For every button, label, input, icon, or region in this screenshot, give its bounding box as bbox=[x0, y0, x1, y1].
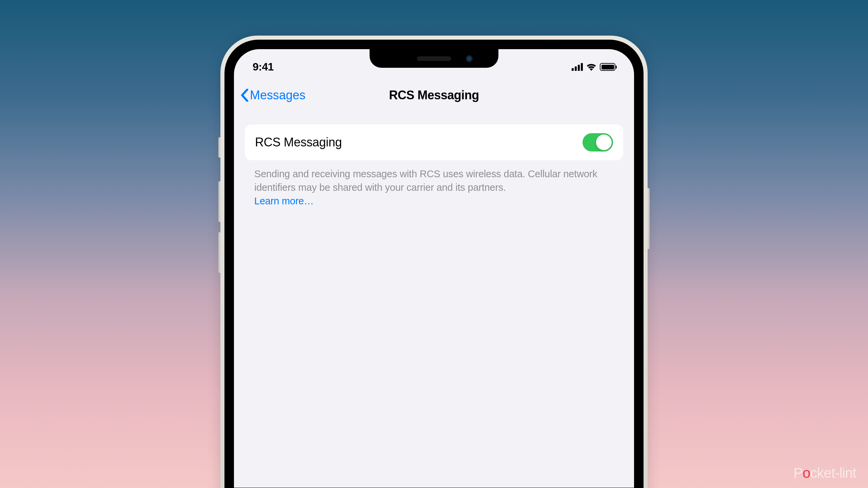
back-label: Messages bbox=[250, 88, 305, 102]
status-time: 9:41 bbox=[253, 61, 274, 73]
front-camera bbox=[466, 55, 473, 62]
phone-bezel: 9:41 bbox=[224, 40, 644, 488]
settings-description: Sending and receiving messages with RCS … bbox=[234, 160, 634, 208]
rcs-toggle-label: RCS Messaging bbox=[255, 135, 342, 149]
wifi-icon bbox=[586, 63, 596, 71]
chevron-left-icon bbox=[241, 89, 248, 102]
learn-more-link[interactable]: Learn more… bbox=[254, 196, 314, 206]
mute-switch bbox=[218, 137, 220, 158]
settings-group: RCS Messaging bbox=[245, 124, 623, 160]
battery-icon bbox=[600, 63, 615, 71]
phone-screen: 9:41 bbox=[234, 49, 634, 488]
navigation-bar: Messages RCS Messaging bbox=[234, 76, 634, 113]
back-button[interactable]: Messages bbox=[241, 88, 305, 102]
rcs-messaging-row[interactable]: RCS Messaging bbox=[245, 124, 623, 160]
cellular-signal-icon bbox=[572, 63, 583, 71]
notch bbox=[370, 49, 498, 68]
rcs-toggle[interactable] bbox=[583, 133, 613, 151]
power-button bbox=[648, 188, 650, 249]
toggle-knob bbox=[596, 135, 612, 150]
description-text: Sending and receiving messages with RCS … bbox=[254, 168, 597, 193]
speaker bbox=[417, 57, 451, 61]
status-icons bbox=[572, 63, 615, 71]
watermark: Pocket-lint bbox=[793, 465, 856, 481]
volume-down-button bbox=[218, 232, 220, 273]
phone-frame: 9:41 bbox=[220, 36, 648, 488]
volume-up-button bbox=[218, 181, 220, 222]
